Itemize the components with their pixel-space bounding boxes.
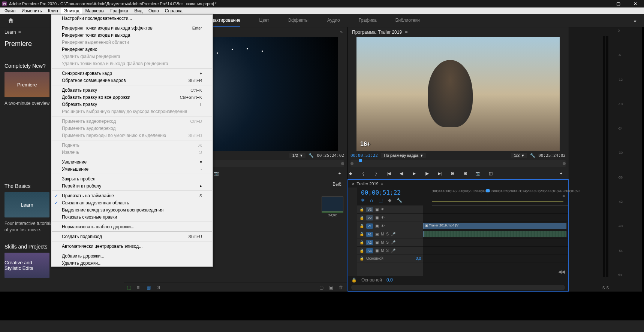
- wrench-icon[interactable]: 🔧: [530, 153, 535, 158]
- wrench-icon[interactable]: 🔧: [397, 198, 402, 203]
- menu-item[interactable]: Удалить дорожки...: [51, 259, 213, 266]
- track-v2[interactable]: [423, 214, 568, 222]
- workspace-overflow-icon[interactable]: »: [634, 18, 637, 23]
- sync-lock-icon[interactable]: ◀◀: [558, 269, 565, 274]
- audio-clip[interactable]: [423, 231, 566, 237]
- mute-icon[interactable]: M: [381, 249, 384, 253]
- menu-item[interactable]: Добавить правкуCtrl+K: [51, 86, 213, 94]
- menu-файл[interactable]: Файл: [1, 7, 19, 14]
- menu-item[interactable]: Увеличение=: [51, 158, 213, 165]
- track-v1[interactable]: ▣ Trailer 2019.mp4 [V]: [423, 222, 568, 230]
- project-clip[interactable]: 24;02: [322, 197, 343, 217]
- track-a3[interactable]: [423, 247, 568, 255]
- mute-icon[interactable]: M: [381, 232, 384, 236]
- workspace-tab[interactable]: Графика: [359, 15, 377, 27]
- compare-button[interactable]: ◫: [488, 170, 494, 176]
- track-a2[interactable]: [423, 238, 568, 247]
- lock-icon[interactable]: 🔒: [359, 232, 364, 236]
- menu-item[interactable]: Рендеринг аудио: [51, 46, 213, 53]
- toggle-output-icon[interactable]: ▣: [375, 216, 379, 220]
- learn-thumb-basics[interactable]: Learn: [4, 192, 49, 217]
- play-button[interactable]: ▶: [411, 170, 417, 176]
- toggle-output-icon[interactable]: ▣: [375, 232, 379, 236]
- track-a1[interactable]: [423, 230, 568, 238]
- program-scrubber[interactable]: [350, 160, 566, 167]
- solo-left[interactable]: S: [602, 286, 605, 290]
- workspace-tab[interactable]: Аудио: [327, 15, 340, 27]
- icon-view-icon[interactable]: ▦: [147, 285, 152, 290]
- scroll-handle[interactable]: [563, 195, 565, 197]
- track-header[interactable]: 🔒V3▣👁: [357, 205, 423, 214]
- maximize-button[interactable]: ▢: [610, 0, 627, 7]
- menu-icon[interactable]: ≡: [18, 30, 21, 35]
- solo-icon[interactable]: S: [386, 249, 389, 253]
- menu-item[interactable]: Нормализовать шаблон дорожки...: [51, 223, 213, 230]
- menu-item[interactable]: ✓Связанная выделенная область: [51, 199, 213, 206]
- toggle-output-icon[interactable]: ▣: [375, 224, 379, 228]
- timeline-ruler[interactable]: ;00;0000;00;14;2900;00;29;2900;00;44;280…: [432, 188, 568, 205]
- eye-icon[interactable]: 👁: [381, 216, 385, 220]
- track-header[interactable]: 🔒V2▣👁: [357, 214, 423, 222]
- lock-icon[interactable]: 🔒: [351, 277, 357, 283]
- track-label[interactable]: A3: [366, 248, 373, 253]
- workspace-tab[interactable]: Цвет: [259, 15, 269, 27]
- go-in-button[interactable]: |◀: [386, 170, 392, 176]
- menu-item[interactable]: Обратное совмещение кадровShift+R: [51, 77, 213, 84]
- lock-icon[interactable]: 🔒: [359, 249, 364, 253]
- lock-icon[interactable]: 🔒: [359, 207, 364, 211]
- track-mix[interactable]: [423, 255, 568, 262]
- voice-icon[interactable]: 🎤: [391, 249, 395, 253]
- track-label[interactable]: V3: [366, 207, 373, 212]
- link-icon[interactable]: ∩: [370, 198, 373, 203]
- add-marker-button[interactable]: ◆: [347, 170, 353, 176]
- program-current-tc[interactable]: 00;00;51;22: [350, 153, 378, 158]
- track-label[interactable]: A1: [366, 232, 373, 237]
- mix-value[interactable]: 0,0: [386, 277, 393, 283]
- menu-эпизод[interactable]: Эпизод: [61, 7, 82, 14]
- learn-thumb-skills[interactable]: Creative and Stylistic Edits: [4, 253, 49, 278]
- timeline-tc[interactable]: 00;00;51;22: [361, 189, 428, 196]
- extract-button[interactable]: ⊞: [462, 170, 468, 176]
- track-label[interactable]: A2: [366, 240, 373, 245]
- close-button[interactable]: ✕: [627, 0, 644, 7]
- timeline-hscroll[interactable]: [351, 285, 565, 290]
- menu-item[interactable]: Рендеринг точки входа и выхода эффектовE…: [51, 24, 213, 31]
- voice-icon[interactable]: 🎤: [391, 240, 395, 244]
- step-fwd-button[interactable]: |▶: [424, 170, 430, 176]
- step-back-button[interactable]: ◀|: [398, 170, 404, 176]
- menu-item[interactable]: Выделение вслед за курсором воспроизведе…: [51, 206, 213, 213]
- source-zoom-select[interactable]: 1/2 ▾: [289, 153, 306, 158]
- menu-справка[interactable]: Справка: [162, 7, 186, 14]
- mark-in-button[interactable]: {: [360, 170, 366, 176]
- toggle-output-icon[interactable]: ▣: [375, 240, 379, 244]
- export-frame-button[interactable]: 📷: [213, 170, 219, 176]
- lock-icon[interactable]: 🔒: [359, 216, 364, 220]
- menu-item[interactable]: Добавить правку во все дорожкиCtrl+Shift…: [51, 94, 213, 101]
- add-button[interactable]: +: [558, 170, 564, 176]
- menu-item[interactable]: Закрыть пробел: [51, 175, 213, 182]
- menu-item[interactable]: Настройки последовательности...: [51, 15, 213, 22]
- menu-item[interactable]: Обрезать правкуT: [51, 101, 213, 108]
- go-out-button[interactable]: ▶|: [437, 170, 443, 176]
- export-frame-button[interactable]: 📷: [475, 170, 481, 176]
- program-video[interactable]: 16+: [356, 37, 560, 151]
- video-clip[interactable]: ▣ Trailer 2019.mp4 [V]: [423, 223, 566, 229]
- close-tab-icon[interactable]: ×: [352, 182, 354, 186]
- menu-item[interactable]: ✓Привязать на таймлайнеS: [51, 192, 213, 199]
- menu-item[interactable]: Показать сквозные правки: [51, 213, 213, 220]
- track-header[interactable]: 🔒A1▣MS🎤: [357, 230, 423, 238]
- solo-icon[interactable]: S: [386, 240, 389, 244]
- track-header[interactable]: 🔒A3▣MS🎤: [357, 247, 423, 255]
- trash-icon[interactable]: 🗑: [339, 285, 344, 290]
- program-fit-select[interactable]: По размеру кадра ▾: [381, 153, 426, 158]
- toggle-output-icon[interactable]: ▣: [375, 249, 379, 253]
- track-header[interactable]: 🔒A2▣MS🎤: [357, 238, 423, 247]
- learn-thumb-new[interactable]: Premiere: [4, 72, 49, 97]
- workspace-tab[interactable]: Библиотеки: [395, 15, 420, 27]
- menu-маркеры[interactable]: Маркеры: [82, 7, 107, 14]
- snap-icon[interactable]: ❄: [361, 198, 365, 203]
- new-item-icon[interactable]: ▣: [329, 285, 334, 290]
- marker-icon[interactable]: ⬚: [379, 198, 383, 203]
- toggle-output-icon[interactable]: ▣: [375, 207, 379, 211]
- program-tab-label[interactable]: Программа: Trailer 2019: [352, 30, 402, 35]
